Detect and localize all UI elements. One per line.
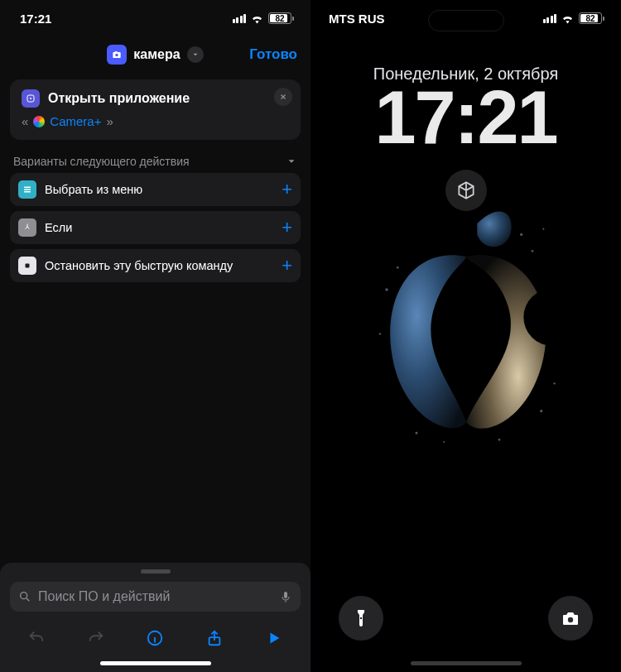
- camera-icon: [561, 608, 580, 628]
- share-button[interactable]: [200, 623, 229, 653]
- nav-title-group[interactable]: камера: [107, 45, 203, 65]
- svg-point-25: [360, 617, 362, 619]
- svg-point-14: [520, 233, 522, 236]
- svg-point-9: [21, 593, 27, 599]
- suggestions-header[interactable]: Варианты следующего действия: [0, 155, 310, 173]
- nav-bar: камера Готово: [0, 36, 310, 73]
- suggestions-title: Варианты следующего действия: [13, 155, 190, 168]
- info-button[interactable]: [140, 623, 170, 653]
- home-indicator[interactable]: [411, 661, 522, 665]
- remove-action-button[interactable]: [274, 88, 292, 106]
- svg-point-21: [443, 441, 445, 443]
- open-app-icon: [22, 89, 40, 108]
- svg-point-4: [30, 98, 31, 99]
- svg-rect-7: [24, 191, 31, 193]
- svg-point-20: [415, 432, 417, 434]
- cell-signal-icon: [233, 14, 247, 23]
- chevron-down-icon: [286, 156, 297, 167]
- suggestion-choose-from-menu[interactable]: Выбрать из меню +: [10, 173, 301, 206]
- flashlight-icon: [351, 608, 371, 628]
- svg-rect-10: [284, 592, 287, 598]
- action-parameter[interactable]: « Camera+ »: [22, 114, 289, 128]
- status-icons: 82: [233, 12, 295, 26]
- svg-point-18: [385, 288, 388, 290]
- battery-icon: 82: [579, 12, 604, 24]
- svg-point-15: [531, 250, 533, 252]
- undo-button[interactable]: [22, 623, 51, 653]
- wifi-icon: [250, 12, 264, 26]
- shortcut-name: камера: [133, 47, 180, 62]
- svg-point-19: [378, 333, 380, 334]
- camera-plus-app-icon: [33, 116, 45, 127]
- search-input[interactable]: Поиск ПО и действий: [10, 582, 301, 612]
- svg-point-16: [542, 228, 544, 230]
- battery-icon: 82: [268, 12, 294, 24]
- branch-icon: [18, 218, 36, 237]
- svg-point-13: [523, 289, 580, 346]
- wifi-icon: [561, 12, 575, 26]
- svg-rect-6: [24, 189, 31, 190]
- suggestions-list: Выбрать из меню + Если + Остановить эту …: [0, 173, 310, 282]
- stop-icon: [18, 257, 36, 275]
- action-card-open-app[interactable]: Открыть приложение « Camera+ »: [10, 79, 301, 140]
- battery-level: 82: [585, 14, 595, 23]
- wallpaper-apple-logo: [350, 190, 582, 455]
- flashlight-button[interactable]: [339, 596, 383, 641]
- search-drawer[interactable]: Поиск ПО и действий: [0, 563, 310, 672]
- redo-button[interactable]: [81, 623, 111, 653]
- svg-point-26: [568, 617, 573, 622]
- svg-point-22: [498, 439, 500, 441]
- add-icon[interactable]: +: [282, 217, 292, 238]
- dynamic-island[interactable]: [428, 10, 504, 31]
- cell-signal-icon: [543, 14, 557, 23]
- suggestion-label: Остановить эту быструю команду: [45, 259, 273, 272]
- suggestion-stop-shortcut[interactable]: Остановить эту быструю команду +: [10, 249, 301, 282]
- svg-point-23: [540, 410, 542, 412]
- play-button[interactable]: [259, 623, 289, 653]
- quote-close: »: [106, 114, 113, 128]
- search-placeholder: Поиск ПО и действий: [38, 589, 272, 604]
- chevron-down-icon[interactable]: [187, 46, 204, 63]
- suggestion-label: Выбрать из меню: [45, 183, 273, 196]
- add-icon[interactable]: +: [282, 255, 292, 276]
- status-time: 17:21: [20, 12, 51, 26]
- svg-rect-8: [26, 264, 30, 268]
- lock-screen: MTS RUS 82 Понедельник, 2 октября 17:21: [310, 0, 621, 672]
- battery-level: 82: [275, 14, 284, 23]
- suggestion-if[interactable]: Если +: [10, 211, 301, 244]
- add-icon[interactable]: +: [282, 179, 292, 200]
- menu-icon: [18, 180, 36, 199]
- action-app-name: Camera+: [50, 114, 101, 128]
- action-title: Открыть приложение: [48, 91, 190, 106]
- done-button[interactable]: Готово: [249, 46, 297, 63]
- lock-time: 17:21: [310, 80, 621, 155]
- svg-point-24: [553, 382, 555, 384]
- status-bar: 17:21 82: [0, 0, 310, 36]
- svg-point-17: [397, 266, 399, 269]
- search-icon: [18, 590, 31, 603]
- carrier-name: MTS RUS: [329, 12, 385, 26]
- drawer-grabber[interactable]: [141, 569, 171, 574]
- status-icons: 82: [543, 12, 605, 26]
- quote-open: «: [22, 114, 28, 128]
- mic-icon[interactable]: [279, 590, 292, 603]
- shortcut-app-icon: [107, 45, 127, 65]
- svg-rect-2: [115, 51, 118, 53]
- shortcuts-editor-screen: 17:21 82 камера Готово Открыть приложени…: [0, 0, 310, 672]
- svg-point-1: [116, 54, 119, 57]
- svg-rect-5: [24, 187, 31, 189]
- suggestion-label: Если: [45, 221, 273, 234]
- camera-button[interactable]: [548, 596, 593, 641]
- home-indicator[interactable]: [100, 661, 211, 665]
- toolbar: [0, 620, 310, 661]
